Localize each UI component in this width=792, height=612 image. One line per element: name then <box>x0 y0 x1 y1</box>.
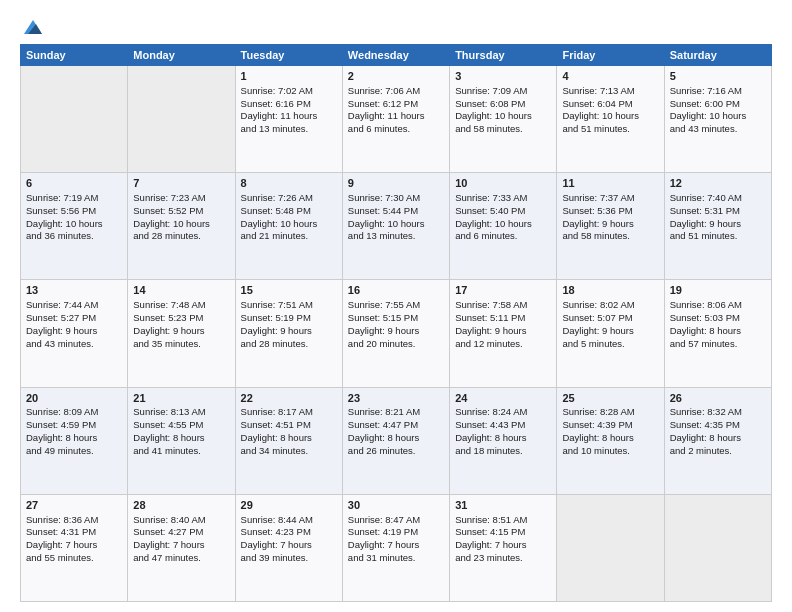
calendar-cell: 25Sunrise: 8:28 AMSunset: 4:39 PMDayligh… <box>557 387 664 494</box>
calendar-cell <box>664 494 771 601</box>
day-number: 5 <box>670 69 766 84</box>
week-row-3: 20Sunrise: 8:09 AMSunset: 4:59 PMDayligh… <box>21 387 772 494</box>
page: SundayMondayTuesdayWednesdayThursdayFrid… <box>0 0 792 612</box>
calendar-cell: 19Sunrise: 8:06 AMSunset: 5:03 PMDayligh… <box>664 280 771 387</box>
logo-text <box>20 18 44 36</box>
weekday-thursday: Thursday <box>450 45 557 66</box>
calendar-cell: 20Sunrise: 8:09 AMSunset: 4:59 PMDayligh… <box>21 387 128 494</box>
calendar-cell: 30Sunrise: 8:47 AMSunset: 4:19 PMDayligh… <box>342 494 449 601</box>
calendar-cell: 4Sunrise: 7:13 AMSunset: 6:04 PMDaylight… <box>557 66 664 173</box>
header <box>20 18 772 36</box>
day-number: 2 <box>348 69 444 84</box>
calendar-cell <box>557 494 664 601</box>
day-number: 26 <box>670 391 766 406</box>
day-number: 18 <box>562 283 658 298</box>
day-number: 1 <box>241 69 337 84</box>
weekday-sunday: Sunday <box>21 45 128 66</box>
day-number: 19 <box>670 283 766 298</box>
calendar-cell: 6Sunrise: 7:19 AMSunset: 5:56 PMDaylight… <box>21 173 128 280</box>
weekday-saturday: Saturday <box>664 45 771 66</box>
calendar-cell: 9Sunrise: 7:30 AMSunset: 5:44 PMDaylight… <box>342 173 449 280</box>
calendar-cell: 16Sunrise: 7:55 AMSunset: 5:15 PMDayligh… <box>342 280 449 387</box>
day-number: 25 <box>562 391 658 406</box>
calendar-cell: 15Sunrise: 7:51 AMSunset: 5:19 PMDayligh… <box>235 280 342 387</box>
day-number: 10 <box>455 176 551 191</box>
calendar-cell: 26Sunrise: 8:32 AMSunset: 4:35 PMDayligh… <box>664 387 771 494</box>
calendar-cell: 11Sunrise: 7:37 AMSunset: 5:36 PMDayligh… <box>557 173 664 280</box>
day-number: 20 <box>26 391 122 406</box>
weekday-header-row: SundayMondayTuesdayWednesdayThursdayFrid… <box>21 45 772 66</box>
weekday-wednesday: Wednesday <box>342 45 449 66</box>
day-number: 21 <box>133 391 229 406</box>
weekday-friday: Friday <box>557 45 664 66</box>
day-number: 24 <box>455 391 551 406</box>
calendar-cell: 5Sunrise: 7:16 AMSunset: 6:00 PMDaylight… <box>664 66 771 173</box>
calendar-cell <box>128 66 235 173</box>
calendar-cell: 21Sunrise: 8:13 AMSunset: 4:55 PMDayligh… <box>128 387 235 494</box>
day-number: 22 <box>241 391 337 406</box>
day-number: 13 <box>26 283 122 298</box>
day-number: 29 <box>241 498 337 513</box>
week-row-1: 6Sunrise: 7:19 AMSunset: 5:56 PMDaylight… <box>21 173 772 280</box>
calendar-cell: 22Sunrise: 8:17 AMSunset: 4:51 PMDayligh… <box>235 387 342 494</box>
day-number: 28 <box>133 498 229 513</box>
calendar-cell: 23Sunrise: 8:21 AMSunset: 4:47 PMDayligh… <box>342 387 449 494</box>
day-number: 3 <box>455 69 551 84</box>
calendar-cell <box>21 66 128 173</box>
calendar-cell: 27Sunrise: 8:36 AMSunset: 4:31 PMDayligh… <box>21 494 128 601</box>
day-number: 4 <box>562 69 658 84</box>
calendar-cell: 2Sunrise: 7:06 AMSunset: 6:12 PMDaylight… <box>342 66 449 173</box>
calendar-cell: 13Sunrise: 7:44 AMSunset: 5:27 PMDayligh… <box>21 280 128 387</box>
calendar-cell: 8Sunrise: 7:26 AMSunset: 5:48 PMDaylight… <box>235 173 342 280</box>
calendar-cell: 10Sunrise: 7:33 AMSunset: 5:40 PMDayligh… <box>450 173 557 280</box>
calendar-cell: 7Sunrise: 7:23 AMSunset: 5:52 PMDaylight… <box>128 173 235 280</box>
day-number: 8 <box>241 176 337 191</box>
calendar-cell: 12Sunrise: 7:40 AMSunset: 5:31 PMDayligh… <box>664 173 771 280</box>
calendar-table: SundayMondayTuesdayWednesdayThursdayFrid… <box>20 44 772 602</box>
logo-icon <box>22 18 44 36</box>
day-number: 14 <box>133 283 229 298</box>
calendar-cell: 3Sunrise: 7:09 AMSunset: 6:08 PMDaylight… <box>450 66 557 173</box>
calendar-cell: 18Sunrise: 8:02 AMSunset: 5:07 PMDayligh… <box>557 280 664 387</box>
day-number: 9 <box>348 176 444 191</box>
day-number: 30 <box>348 498 444 513</box>
weekday-monday: Monday <box>128 45 235 66</box>
day-number: 15 <box>241 283 337 298</box>
day-number: 23 <box>348 391 444 406</box>
logo <box>20 18 44 36</box>
calendar-cell: 14Sunrise: 7:48 AMSunset: 5:23 PMDayligh… <box>128 280 235 387</box>
weekday-tuesday: Tuesday <box>235 45 342 66</box>
day-number: 6 <box>26 176 122 191</box>
week-row-4: 27Sunrise: 8:36 AMSunset: 4:31 PMDayligh… <box>21 494 772 601</box>
day-number: 11 <box>562 176 658 191</box>
calendar-cell: 17Sunrise: 7:58 AMSunset: 5:11 PMDayligh… <box>450 280 557 387</box>
day-number: 16 <box>348 283 444 298</box>
day-number: 31 <box>455 498 551 513</box>
calendar-cell: 29Sunrise: 8:44 AMSunset: 4:23 PMDayligh… <box>235 494 342 601</box>
calendar-cell: 24Sunrise: 8:24 AMSunset: 4:43 PMDayligh… <box>450 387 557 494</box>
calendar-cell: 28Sunrise: 8:40 AMSunset: 4:27 PMDayligh… <box>128 494 235 601</box>
day-number: 17 <box>455 283 551 298</box>
day-number: 12 <box>670 176 766 191</box>
day-number: 7 <box>133 176 229 191</box>
week-row-0: 1Sunrise: 7:02 AMSunset: 6:16 PMDaylight… <box>21 66 772 173</box>
week-row-2: 13Sunrise: 7:44 AMSunset: 5:27 PMDayligh… <box>21 280 772 387</box>
day-number: 27 <box>26 498 122 513</box>
calendar-cell: 1Sunrise: 7:02 AMSunset: 6:16 PMDaylight… <box>235 66 342 173</box>
calendar-cell: 31Sunrise: 8:51 AMSunset: 4:15 PMDayligh… <box>450 494 557 601</box>
